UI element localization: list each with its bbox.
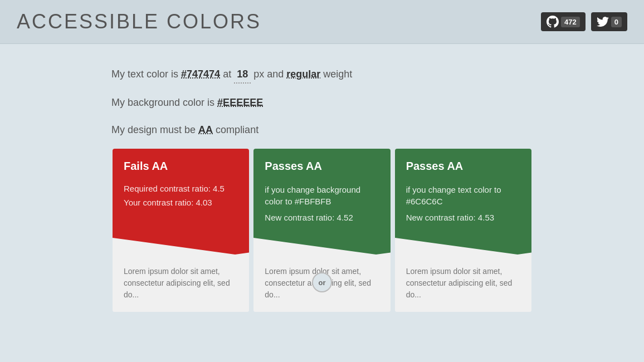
bg-color-sentence: My background color is #EEEEEE [111,95,533,111]
fail-required-ratio: Required contrast ratio: 4.5 [124,184,238,193]
cards-section: Fails AA Required contrast ratio: 4.5 Yo… [111,149,533,312]
pass-text-status: Passes AA [406,160,520,173]
or-divider: or [312,272,332,292]
fail-actual-ratio: Your contrast ratio: 4.03 [124,198,238,207]
pass-text-card: Passes AA if you change text color to #6… [395,149,531,312]
twitter-button[interactable]: 0 [591,12,627,31]
and-label: and [267,69,284,80]
compliance-suffix: compliant [216,124,258,135]
page-title: ACCESSIBLE COLORS [17,10,261,33]
text-color-prefix: My text color is [111,69,178,80]
pass-bg-status: Passes AA [265,160,379,173]
github-button[interactable]: 472 [541,12,586,31]
weight-label: weight [323,69,352,80]
pass-bg-card-header: Passes AA if you change background color… [253,149,390,238]
bg-prefix: My background color is [111,97,214,108]
pass-text-desc: if you change text color to #6C6C6C [406,184,520,207]
fail-card: Fails AA Required contrast ratio: 4.5 Yo… [113,149,249,312]
compliance-prefix: My design must be [111,124,196,135]
bg-color-value[interactable]: #EEEEEE [217,97,263,108]
font-weight-value[interactable]: regular [286,69,320,80]
pass-text-card-arrow [395,238,531,255]
font-size-input[interactable]: 18 [234,66,251,84]
px-label: px [253,69,264,80]
twitter-count: 0 [611,17,622,27]
pass-text-card-header: Passes AA if you change text color to #6… [395,149,531,238]
pass-bg-desc: if you change background color to #FBFBF… [265,184,379,207]
main-content: My text color is #747474 at 18 px and re… [0,44,644,334]
fail-card-body: Lorem ipsum dolor sit amet, consectetur … [113,255,249,312]
compliance-level[interactable]: AA [198,124,213,135]
header: ACCESSIBLE COLORS 472 0 [0,0,644,44]
fail-card-header: Fails AA Required contrast ratio: 4.5 Yo… [113,149,249,238]
fail-card-arrow [113,238,249,255]
header-actions: 472 0 [541,12,627,31]
github-count: 472 [561,17,580,27]
pass-text-ratio: New contrast ratio: 4.53 [406,213,520,222]
twitter-icon [597,16,609,28]
github-icon [547,16,559,28]
fail-card-status: Fails AA [124,160,238,173]
text-color-value[interactable]: #747474 [181,69,220,80]
pass-bg-ratio: New contrast ratio: 4.52 [265,213,379,222]
pass-bg-card-arrow [253,238,390,255]
pass-text-card-body: Lorem ipsum dolor sit amet, consectetur … [395,255,531,312]
text-color-sentence: My text color is #747474 at 18 px and re… [111,66,533,84]
compliance-sentence: My design must be AA compliant [111,122,533,138]
at-label: at [223,69,231,80]
